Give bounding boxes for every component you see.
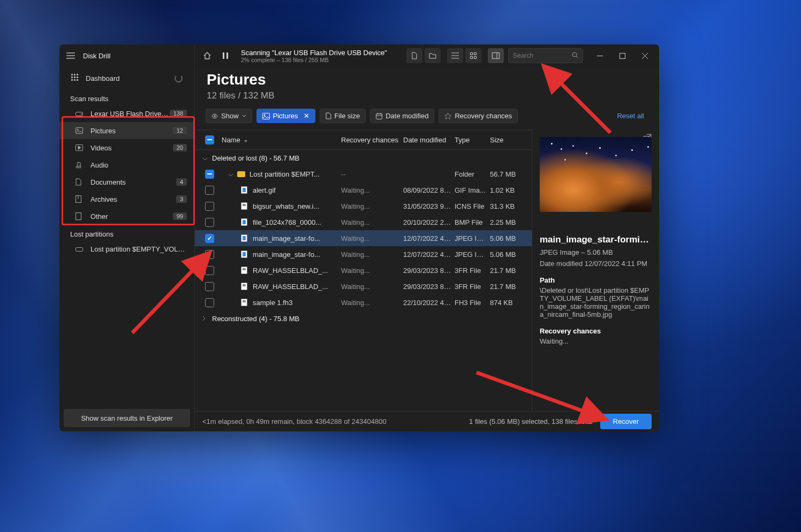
sidebar-pictures[interactable]: Pictures 12 [59, 122, 194, 139]
svg-rect-1 [74, 74, 75, 75]
file-icon [240, 282, 248, 291]
chevron-right-icon [202, 315, 212, 323]
svg-rect-11 [76, 128, 83, 134]
preview-path-label: Path [540, 276, 652, 284]
filter-datemodified[interactable]: Date modified [370, 109, 434, 123]
preview-path-value: \Deleted or lost\Lost partition $EMPTY_V… [540, 286, 652, 318]
filter-recovery[interactable]: Recovery chances [439, 109, 518, 123]
svg-point-29 [214, 115, 216, 117]
file-row[interactable]: main_image_star-fo...Waiting...12/07/202… [195, 246, 532, 262]
show-in-explorer-button[interactable]: Show scan results in Explorer [64, 409, 190, 427]
column-size[interactable]: Size [490, 136, 532, 144]
sort-icon [244, 137, 248, 142]
svg-rect-27 [597, 56, 603, 56]
preview-recovery-value: Waiting... [540, 337, 652, 345]
file-icon [240, 250, 248, 259]
close-icon[interactable]: ✕ [304, 112, 309, 120]
svg-point-10 [81, 113, 82, 115]
svg-point-26 [572, 52, 577, 57]
svg-rect-4 [74, 77, 75, 78]
file-checkbox[interactable] [205, 186, 214, 195]
maximize-button[interactable] [611, 44, 633, 67]
filter-filesize[interactable]: File size [320, 109, 366, 123]
select-all-checkbox[interactable] [205, 135, 214, 145]
column-name[interactable]: Name [222, 136, 240, 144]
file-row[interactable]: RAW_HASSELBLAD_...Waiting...29/03/2023 8… [195, 278, 532, 294]
preview-panel: main_image_star-forming_r... JPEG Image … [532, 130, 659, 411]
sidebar-videos[interactable]: Videos 20 [59, 139, 194, 156]
file-checkbox[interactable] [205, 234, 214, 243]
folder-row[interactable]: Lost partition $EMPT... -- Folder 56.7 M… [195, 166, 532, 182]
home-button[interactable] [198, 47, 216, 65]
column-recovery[interactable]: Recovery chances [341, 136, 403, 144]
svg-rect-19 [223, 52, 224, 59]
svg-rect-28 [619, 53, 625, 58]
panel-view-button[interactable] [488, 48, 504, 63]
minimize-button[interactable] [588, 44, 611, 67]
file-checkbox[interactable] [205, 266, 214, 275]
drive-icon [75, 111, 84, 116]
reset-all-button[interactable]: Reset all [617, 112, 648, 120]
preview-type-size: JPEG Image – 5.06 MB [540, 248, 652, 256]
svg-rect-18 [76, 248, 83, 252]
svg-rect-5 [77, 77, 78, 78]
search-input[interactable] [513, 52, 569, 59]
svg-rect-8 [77, 79, 78, 81]
preview-recovery-label: Recovery chances [540, 327, 652, 335]
filter-pictures[interactable]: Pictures ✕ [256, 109, 315, 123]
grid-view-button[interactable] [465, 48, 481, 63]
folder-view-button[interactable] [425, 48, 441, 63]
dashboard-button[interactable]: Dashboard [59, 67, 194, 89]
document-icon [75, 178, 84, 186]
scan-results-section: Scan results [59, 89, 194, 105]
sidebar-documents[interactable]: Documents 4 [59, 173, 194, 191]
column-date[interactable]: Date modified [403, 136, 455, 144]
close-button[interactable] [633, 44, 656, 67]
file-icon [240, 186, 248, 194]
file-row[interactable]: main_image_star-fo...Waiting...12/07/202… [195, 230, 532, 246]
folder-checkbox[interactable] [205, 170, 214, 179]
file-checkbox[interactable] [205, 250, 214, 259]
sidebar: Disk Drill Dashboard Scan results Lexar … [59, 44, 195, 431]
recover-button[interactable]: Recover [600, 414, 652, 429]
group-deleted[interactable]: Deleted or lost (8) - 56.7 MB [195, 150, 532, 166]
svg-rect-23 [471, 57, 473, 59]
file-checkbox[interactable] [205, 298, 214, 307]
group-reconstructed[interactable]: Reconstructed (4) - 75.8 MB [195, 310, 532, 326]
grid-icon [71, 74, 78, 82]
svg-rect-30 [262, 113, 269, 119]
status-bar: <1m elapsed, 0h 49m remain, block 436428… [195, 411, 659, 431]
sidebar-drive[interactable]: Lexar USB Flash Drive U... 138 [59, 105, 194, 122]
svg-rect-0 [71, 74, 73, 75]
file-checkbox[interactable] [205, 282, 214, 291]
chevron-down-icon [202, 154, 212, 162]
file-row[interactable]: RAW_HASSELBLAD_...Waiting...29/03/2023 8… [195, 262, 532, 278]
file-row[interactable]: file_1024x768_0000...Waiting...20/10/202… [195, 214, 532, 230]
menu-icon[interactable] [64, 49, 78, 63]
file-row[interactable]: sample 1.fh3Waiting...22/10/2022 4:04...… [195, 294, 532, 310]
sidebar-archives[interactable]: Archives 3 [59, 191, 194, 208]
svg-point-14 [76, 166, 78, 168]
file-row[interactable]: alert.gifWaiting...08/09/2022 8:07...GIF… [195, 182, 532, 198]
app-title: Disk Drill [83, 52, 110, 60]
drive-icon [75, 246, 84, 252]
sidebar-audio[interactable]: Audio [59, 156, 194, 173]
show-dropdown[interactable]: Show [206, 109, 252, 123]
sidebar-other[interactable]: Other 99 [59, 208, 194, 225]
file-view-button[interactable] [406, 48, 422, 63]
folder-icon [237, 170, 245, 178]
svg-rect-24 [474, 57, 477, 59]
status-selection: 1 files (5.06 MB) selected, 138 files to… [469, 417, 593, 425]
lost-partitions-section: Lost partitions [59, 225, 194, 240]
sidebar-lost-partition[interactable]: Lost partition $EMPTY_VOLU... [59, 240, 194, 257]
column-type[interactable]: Type [455, 136, 490, 144]
list-view-button[interactable] [447, 48, 463, 63]
search-box[interactable] [508, 48, 583, 63]
file-checkbox[interactable] [205, 218, 214, 227]
file-row[interactable]: bigsur_whats_new.i...Waiting...31/05/202… [195, 198, 532, 214]
picture-icon [75, 127, 84, 134]
svg-rect-22 [474, 53, 477, 55]
pause-button[interactable] [216, 47, 235, 65]
file-checkbox[interactable] [205, 202, 214, 211]
file-table: Name Recovery chances Date modified Type… [195, 130, 532, 411]
